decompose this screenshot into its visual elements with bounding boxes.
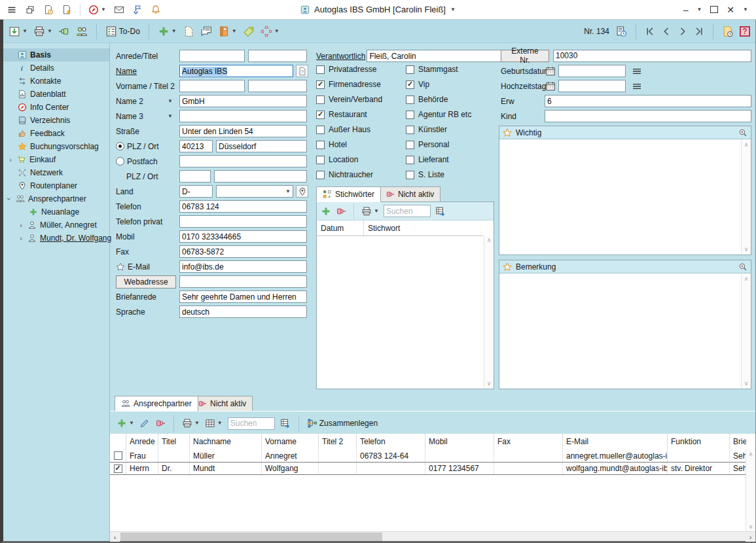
column-header-titel2[interactable]: Titel 2 bbox=[319, 434, 357, 449]
postfach-radio[interactable] bbox=[116, 157, 124, 166]
scroll-down-icon[interactable]: ∨ bbox=[749, 523, 753, 530]
checkbox-personal[interactable]: Personal bbox=[406, 139, 449, 150]
expander-icon[interactable]: › bbox=[18, 221, 24, 229]
export-grid-icon[interactable] bbox=[280, 418, 291, 429]
people-compare-icon[interactable] bbox=[76, 26, 88, 37]
titel2-input[interactable] bbox=[248, 80, 307, 92]
plug-red-icon[interactable] bbox=[155, 418, 166, 429]
column-header-mobil[interactable]: Mobil bbox=[425, 434, 494, 449]
column-header-datum[interactable]: Datum bbox=[317, 220, 364, 236]
document-clock-icon[interactable] bbox=[43, 5, 54, 15]
plz-input[interactable] bbox=[179, 140, 213, 152]
chevron-down-icon[interactable]: ▼ bbox=[168, 99, 173, 104]
sidebar-item-feedback[interactable]: Feedback bbox=[3, 127, 109, 140]
checkbox-nichtraucher[interactable]: Nichtraucher bbox=[316, 169, 373, 180]
kind-input[interactable] bbox=[545, 110, 751, 122]
wichtig-scrollbar[interactable]: ∧ ∨ bbox=[741, 140, 751, 254]
land-code-input[interactable] bbox=[179, 185, 213, 198]
checkbox[interactable] bbox=[316, 171, 325, 179]
add-button[interactable]: ▼ bbox=[158, 26, 177, 37]
table-row-mundt[interactable]: Herrn Dr. Mundt Wolfgang 0177 1234567 wo… bbox=[110, 462, 746, 475]
telefon-privat-input[interactable] bbox=[179, 215, 307, 228]
contacts-add-button[interactable]: ▼ bbox=[117, 418, 134, 429]
geburtsdatum-input[interactable] bbox=[558, 65, 626, 77]
checkbox[interactable] bbox=[316, 126, 325, 134]
map-pin-button[interactable] bbox=[296, 185, 308, 198]
column-header-stichwort[interactable]: Stichwort bbox=[364, 220, 480, 236]
checkbox[interactable] bbox=[406, 126, 414, 134]
flag-download-icon[interactable] bbox=[132, 5, 143, 15]
titel-input[interactable] bbox=[248, 50, 307, 62]
sidebar-item-buchungsvorschlag[interactable]: Buchungsvorschlag bbox=[3, 140, 109, 153]
checkbox-behoerde[interactable]: Behörde bbox=[406, 94, 448, 105]
tab-stichwoerter[interactable]: Stichwörter bbox=[316, 186, 381, 202]
scroll-right-icon[interactable]: › bbox=[746, 532, 755, 542]
title-chevron-down-icon[interactable]: ▼ bbox=[450, 7, 456, 12]
column-header-fax[interactable]: Fax bbox=[494, 434, 563, 449]
checkbox[interactable] bbox=[406, 65, 414, 74]
sidebar-item-kontakte[interactable]: Kontakte bbox=[3, 75, 109, 88]
checkbox-stammgast[interactable]: Stammgast bbox=[406, 64, 458, 75]
column-header-anrede[interactable]: Anrede bbox=[126, 434, 158, 449]
erw-input[interactable] bbox=[545, 95, 751, 107]
contacts-horizontal-scrollbar[interactable]: ‹ › bbox=[110, 531, 755, 541]
sidebar-item-verzeichnis[interactable]: Verzeichnis bbox=[3, 114, 109, 127]
name-label[interactable]: Name bbox=[116, 67, 137, 76]
postfach-input[interactable] bbox=[179, 155, 307, 167]
checkbox-agentur[interactable]: Agentur RB etc bbox=[406, 109, 471, 120]
info-center-button[interactable]: ▼ bbox=[88, 5, 106, 15]
externe-nr-button[interactable]: Externe Nr. bbox=[501, 50, 549, 62]
plz-ort-radio[interactable] bbox=[116, 142, 124, 150]
sidebar-item-details[interactable]: Details bbox=[3, 61, 109, 75]
todo-button[interactable]: To-Do bbox=[105, 26, 140, 37]
externe-nr-input[interactable] bbox=[553, 50, 751, 62]
menu-icon[interactable] bbox=[7, 5, 17, 15]
checkbox[interactable] bbox=[406, 111, 414, 119]
merge-button[interactable]: Zusammenlegen bbox=[307, 418, 378, 429]
checkbox-location[interactable]: Location bbox=[316, 154, 358, 165]
webadresse-button[interactable]: Webadresse bbox=[116, 275, 176, 289]
calendar-icon[interactable] bbox=[545, 66, 556, 77]
mail-icon[interactable] bbox=[114, 5, 124, 15]
sidebar-item-info-center[interactable]: Info Center bbox=[3, 101, 109, 114]
scroll-down-icon[interactable]: ∨ bbox=[487, 380, 492, 387]
edit-pencil-icon[interactable] bbox=[139, 418, 150, 429]
scroll-down-icon[interactable]: ∨ bbox=[744, 380, 749, 387]
nav-prev-icon[interactable] bbox=[661, 26, 672, 37]
add-plus-icon[interactable] bbox=[321, 206, 331, 217]
column-header-telefon[interactable]: Telefon bbox=[357, 434, 425, 449]
scroll-up-icon[interactable]: ∧ bbox=[744, 141, 749, 148]
scroll-up-icon[interactable]: ∧ bbox=[744, 275, 749, 282]
checkbox-hotel[interactable]: Hotel bbox=[316, 139, 347, 150]
scroll-up-icon[interactable]: ∧ bbox=[487, 237, 492, 243]
bell-icon[interactable] bbox=[151, 5, 161, 15]
checkbox[interactable] bbox=[406, 171, 414, 179]
checkbox[interactable] bbox=[316, 111, 325, 119]
checkbox-vip[interactable]: Vip bbox=[406, 79, 429, 90]
minimize-chevron-icon[interactable]: ▼ bbox=[696, 7, 702, 12]
mobil-input[interactable] bbox=[179, 230, 307, 243]
name2-input[interactable] bbox=[179, 95, 307, 107]
checkbox[interactable] bbox=[316, 141, 325, 149]
nav-first-icon[interactable] bbox=[645, 26, 655, 37]
sidebar-item-mundt-dr-wolfgang[interactable]: ›Mundt, Dr. Wolfgang bbox=[3, 232, 109, 245]
briefanrede-input[interactable] bbox=[179, 290, 307, 303]
checkbox-ausser-haus[interactable]: Außer Haus bbox=[316, 124, 370, 135]
row-checkbox[interactable] bbox=[114, 451, 122, 460]
import-button[interactable]: ▼ bbox=[9, 26, 27, 37]
checkbox-lieferant[interactable]: Lieferant bbox=[406, 154, 449, 165]
restore-window-icon[interactable] bbox=[25, 5, 35, 15]
verantwortlich-label[interactable]: Verantwortlich bbox=[316, 52, 365, 61]
help-button[interactable]: ? bbox=[740, 26, 750, 37]
minimize-button[interactable]: – bbox=[683, 5, 689, 14]
sidebar-item-netzwerk[interactable]: Netzwerk bbox=[3, 166, 109, 179]
name3-input[interactable] bbox=[179, 110, 307, 122]
book-button[interactable]: ▼ bbox=[218, 26, 237, 37]
contacts-search-input[interactable] bbox=[228, 417, 275, 430]
checkbox[interactable] bbox=[406, 156, 414, 164]
verantwortlich-input[interactable] bbox=[367, 50, 501, 62]
column-header-briefanrede[interactable]: Brie bbox=[730, 434, 746, 449]
checkbox-firmenadresse[interactable]: Firmenadresse bbox=[316, 79, 381, 90]
row-checkbox[interactable] bbox=[114, 464, 122, 473]
zoom-plus-icon[interactable] bbox=[738, 128, 747, 137]
